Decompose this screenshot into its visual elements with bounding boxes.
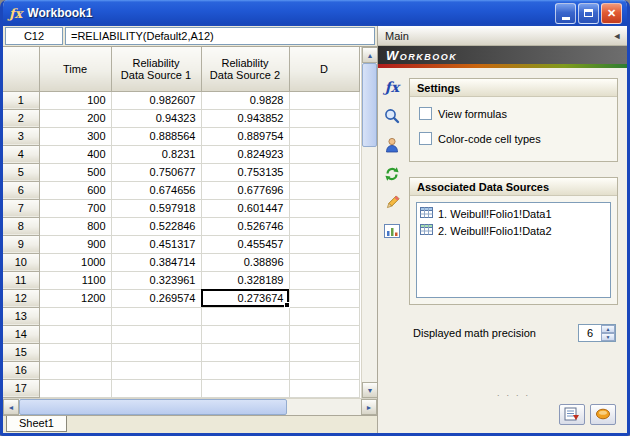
cell[interactable] — [289, 307, 359, 325]
cell[interactable]: 0.269574 — [111, 289, 201, 307]
cell[interactable]: 500 — [39, 163, 111, 181]
cell[interactable] — [289, 109, 359, 127]
cell[interactable]: 0.323961 — [111, 271, 201, 289]
cell[interactable] — [111, 325, 201, 343]
column-header[interactable]: D — [289, 47, 359, 91]
precision-value[interactable]: 6 — [579, 325, 601, 341]
cell[interactable] — [289, 199, 359, 217]
cell[interactable]: 0.384714 — [111, 253, 201, 271]
data-source-list[interactable]: 1. Weibull!Folio1!Data1 2. Weibull!Folio… — [416, 202, 611, 298]
cell[interactable] — [111, 361, 201, 379]
zoom-icon[interactable] — [383, 107, 401, 125]
cell[interactable] — [111, 307, 201, 325]
cell[interactable]: 0.601447 — [201, 199, 289, 217]
minimize-button[interactable] — [555, 3, 576, 24]
maximize-button[interactable] — [578, 3, 599, 24]
cell[interactable]: 0.888564 — [111, 127, 201, 145]
cell[interactable]: 0.38896 — [201, 253, 289, 271]
cell[interactable]: 600 — [39, 181, 111, 199]
cell[interactable]: 0.328189 — [201, 271, 289, 289]
row-header[interactable]: 10 — [3, 253, 39, 271]
cell[interactable] — [39, 361, 111, 379]
row-header[interactable]: 16 — [3, 361, 39, 379]
report-button[interactable] — [559, 404, 585, 425]
row-header[interactable]: 17 — [3, 379, 39, 397]
cell[interactable]: 0.677696 — [201, 181, 289, 199]
cell[interactable] — [289, 325, 359, 343]
cell[interactable] — [39, 325, 111, 343]
row-header[interactable]: 6 — [3, 181, 39, 199]
row-header[interactable]: 12 — [3, 289, 39, 307]
horizontal-scroll-track[interactable] — [287, 399, 361, 415]
cell[interactable]: 700 — [39, 199, 111, 217]
cell[interactable] — [201, 379, 289, 397]
row-header[interactable]: 7 — [3, 199, 39, 217]
color-code-option[interactable]: Color-code cell types — [419, 132, 610, 145]
cell[interactable]: 800 — [39, 217, 111, 235]
cell[interactable]: 0.753135 — [201, 163, 289, 181]
cell[interactable] — [289, 145, 359, 163]
cell[interactable]: 0.522846 — [111, 217, 201, 235]
function-wizard-icon[interactable]: ƒx — [383, 78, 401, 96]
calculator-button[interactable] — [590, 404, 616, 425]
cell[interactable] — [201, 361, 289, 379]
title-bar[interactable]: ƒx Workbook1 ✕ — [3, 0, 627, 26]
cell[interactable] — [289, 181, 359, 199]
refresh-icon[interactable] — [383, 165, 401, 183]
view-formulas-checkbox[interactable] — [419, 107, 432, 120]
cell[interactable] — [289, 163, 359, 181]
cell[interactable] — [111, 379, 201, 397]
cell[interactable] — [289, 127, 359, 145]
row-header[interactable]: 2 — [3, 109, 39, 127]
vertical-scroll-thumb[interactable] — [362, 63, 377, 147]
cell[interactable] — [289, 91, 359, 109]
formula-input[interactable]: =RELIABILITY(Default2,A12) — [65, 27, 375, 45]
cell[interactable] — [289, 271, 359, 289]
row-header[interactable]: 15 — [3, 343, 39, 361]
sheet-tab[interactable]: Sheet1 — [6, 416, 67, 432]
column-header[interactable]: Time — [39, 47, 111, 91]
edit-pencil-icon[interactable] — [383, 194, 401, 212]
scroll-right-button[interactable]: ► — [361, 399, 377, 415]
cell[interactable] — [289, 289, 359, 307]
cell[interactable]: 1000 — [39, 253, 111, 271]
data-source-item[interactable]: 1. Weibull!Folio1!Data1 — [420, 205, 607, 222]
cell[interactable] — [289, 343, 359, 361]
cell[interactable]: 0.824923 — [201, 145, 289, 163]
cell[interactable]: 0.750677 — [111, 163, 201, 181]
cell[interactable]: 0.982607 — [111, 91, 201, 109]
cell[interactable] — [289, 217, 359, 235]
scroll-left-button[interactable]: ◄ — [3, 399, 19, 415]
spin-up-button[interactable]: ▲ — [601, 325, 615, 333]
cell[interactable]: 0.455457 — [201, 235, 289, 253]
cell[interactable]: 0.94323 — [111, 109, 201, 127]
cell-reference-box[interactable]: C12 — [5, 27, 63, 45]
cell[interactable]: 0.943852 — [201, 109, 289, 127]
cell[interactable]: 0.526746 — [201, 217, 289, 235]
row-header[interactable]: 4 — [3, 145, 39, 163]
cell[interactable]: 900 — [39, 235, 111, 253]
spin-down-button[interactable]: ▼ — [601, 333, 615, 341]
cell[interactable] — [289, 361, 359, 379]
cell[interactable]: 200 — [39, 109, 111, 127]
cell[interactable]: 0.451317 — [111, 235, 201, 253]
row-header[interactable]: 9 — [3, 235, 39, 253]
row-header[interactable]: 14 — [3, 325, 39, 343]
cell[interactable] — [201, 325, 289, 343]
row-header[interactable]: 8 — [3, 217, 39, 235]
cell[interactable]: 0.273674 — [201, 289, 289, 307]
color-code-checkbox[interactable] — [419, 132, 432, 145]
cell[interactable]: 1200 — [39, 289, 111, 307]
corner-header[interactable] — [3, 47, 39, 91]
row-header[interactable]: 5 — [3, 163, 39, 181]
vertical-scrollbar[interactable]: ▲ ▼ — [361, 47, 377, 398]
vertical-scroll-track[interactable] — [362, 63, 377, 382]
row-header[interactable]: 3 — [3, 127, 39, 145]
column-header[interactable]: Reliability Data Source 1 — [111, 47, 201, 91]
back-arrow-button[interactable]: ◄ — [610, 31, 624, 41]
precision-spinner[interactable]: 6 ▲ ▼ — [578, 324, 616, 342]
row-header[interactable]: 11 — [3, 271, 39, 289]
horizontal-scrollbar[interactable]: ◄ ► — [3, 398, 377, 415]
close-button[interactable]: ✕ — [601, 3, 622, 24]
scroll-down-button[interactable]: ▼ — [362, 382, 378, 398]
